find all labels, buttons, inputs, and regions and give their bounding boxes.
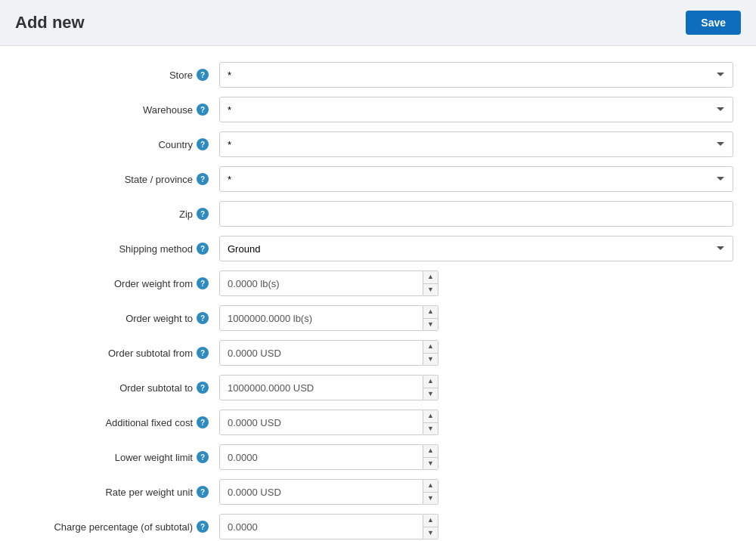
control-wrap-lower_weight_limit: ▲▼ — [219, 444, 733, 470]
help-icon-shipping_method[interactable]: ? — [197, 243, 209, 255]
spinner-up-additional_fixed_cost[interactable]: ▲ — [423, 410, 438, 423]
spinner-down-additional_fixed_cost[interactable]: ▼ — [423, 423, 438, 435]
spinner-down-lower_weight_limit[interactable]: ▼ — [423, 458, 438, 470]
label-text-store: Store — [169, 70, 193, 81]
form-row-order_weight_to: Order weight to?▲▼ — [23, 305, 733, 332]
help-icon-order_weight_from[interactable]: ? — [197, 277, 209, 289]
spinner-wrap-lower_weight_limit: ▲▼ — [219, 444, 438, 470]
form-row-shipping_method: Shipping method?Ground — [23, 235, 733, 262]
form-row-zip: Zip? — [23, 200, 733, 227]
spinner-up-lower_weight_limit[interactable]: ▲ — [423, 445, 438, 458]
spinner-down-order_subtotal_to[interactable]: ▼ — [423, 388, 438, 400]
label-warehouse: Warehouse? — [23, 104, 219, 116]
select-store[interactable]: * — [219, 62, 733, 88]
spinner-buttons-order_subtotal_to: ▲▼ — [423, 375, 438, 400]
form-row-order_weight_from: Order weight from?▲▼ — [23, 270, 733, 297]
control-wrap-order_subtotal_from: ▲▼ — [219, 340, 733, 366]
form-row-lower_weight_limit: Lower weight limit?▲▼ — [23, 444, 733, 471]
label-shipping_method: Shipping method? — [23, 243, 219, 255]
label-zip: Zip? — [23, 208, 219, 220]
page-title: Add new — [15, 13, 85, 32]
spinner-down-order_weight_from[interactable]: ▼ — [423, 284, 438, 296]
select-shipping_method[interactable]: Ground — [219, 236, 733, 261]
label-text-charge_percentage: Charge percentage (of subtotal) — [54, 521, 193, 533]
spinner-up-rate_per_weight_unit[interactable]: ▲ — [423, 480, 438, 493]
spinner-input-additional_fixed_cost[interactable] — [219, 410, 423, 435]
help-icon-order_subtotal_from[interactable]: ? — [197, 347, 209, 359]
save-button[interactable]: Save — [686, 11, 741, 35]
spinner-input-order_weight_to[interactable] — [219, 305, 423, 331]
spinner-buttons-additional_fixed_cost: ▲▼ — [423, 410, 438, 435]
help-icon-zip[interactable]: ? — [197, 208, 209, 220]
spinner-input-rate_per_weight_unit[interactable] — [219, 479, 423, 505]
help-icon-additional_fixed_cost[interactable]: ? — [197, 416, 209, 428]
control-wrap-order_weight_from: ▲▼ — [219, 270, 733, 296]
spinner-down-order_subtotal_from[interactable]: ▼ — [423, 354, 438, 366]
spinner-input-charge_percentage[interactable] — [219, 514, 423, 539]
help-icon-charge_percentage[interactable]: ? — [197, 521, 209, 533]
spinner-wrap-order_weight_to: ▲▼ — [219, 305, 438, 331]
help-icon-store[interactable]: ? — [197, 69, 209, 81]
select-country[interactable]: * — [219, 131, 733, 157]
control-wrap-additional_fixed_cost: ▲▼ — [219, 410, 733, 435]
spinner-down-rate_per_weight_unit[interactable]: ▼ — [423, 493, 438, 505]
select-warehouse[interactable]: * — [219, 97, 733, 122]
help-icon-order_subtotal_to[interactable]: ? — [197, 382, 209, 394]
help-icon-lower_weight_limit[interactable]: ? — [197, 451, 209, 463]
select-state_province[interactable]: * — [219, 166, 733, 192]
spinner-wrap-charge_percentage: ▲▼ — [219, 514, 438, 539]
spinner-wrap-rate_per_weight_unit: ▲▼ — [219, 479, 438, 505]
spinner-down-charge_percentage[interactable]: ▼ — [423, 527, 438, 539]
spinner-input-order_subtotal_to[interactable] — [219, 375, 423, 400]
control-wrap-rate_per_weight_unit: ▲▼ — [219, 479, 733, 505]
spinner-wrap-order_subtotal_to: ▲▼ — [219, 375, 438, 400]
spinner-up-order_subtotal_to[interactable]: ▲ — [423, 376, 438, 388]
label-state_province: State / province? — [23, 173, 219, 185]
spinner-up-order_weight_from[interactable]: ▲ — [423, 271, 438, 284]
label-text-additional_fixed_cost: Additional fixed cost — [105, 417, 193, 428]
control-wrap-country: * — [219, 131, 733, 157]
help-icon-order_weight_to[interactable]: ? — [197, 312, 209, 324]
label-text-zip: Zip — [179, 209, 193, 220]
spinner-input-order_subtotal_from[interactable] — [219, 340, 423, 366]
label-text-rate_per_weight_unit: Rate per weight unit — [105, 487, 193, 498]
spinner-input-order_weight_from[interactable] — [219, 270, 423, 296]
spinner-input-lower_weight_limit[interactable] — [219, 444, 423, 470]
help-icon-state_province[interactable]: ? — [197, 173, 209, 185]
label-text-state_province: State / province — [125, 174, 193, 185]
input-zip[interactable] — [219, 201, 733, 227]
control-wrap-zip — [219, 201, 733, 227]
form-row-warehouse: Warehouse?* — [23, 96, 733, 123]
spinner-wrap-order_weight_from: ▲▼ — [219, 270, 438, 296]
control-wrap-store: * — [219, 62, 733, 88]
label-text-warehouse: Warehouse — [143, 104, 193, 116]
form-body: Store?*Warehouse?*Country?*State / provi… — [0, 46, 756, 541]
label-rate_per_weight_unit: Rate per weight unit? — [23, 486, 219, 498]
spinner-up-charge_percentage[interactable]: ▲ — [423, 515, 438, 527]
spinner-down-order_weight_to[interactable]: ▼ — [423, 319, 438, 331]
spinner-buttons-rate_per_weight_unit: ▲▼ — [423, 479, 438, 505]
form-row-rate_per_weight_unit: Rate per weight unit?▲▼ — [23, 478, 733, 505]
label-country: Country? — [23, 138, 219, 150]
spinner-buttons-charge_percentage: ▲▼ — [423, 514, 438, 539]
form-row-country: Country?* — [23, 131, 733, 158]
label-text-order_weight_from: Order weight from — [114, 278, 193, 289]
help-icon-country[interactable]: ? — [197, 138, 209, 150]
form-row-order_subtotal_to: Order subtotal to?▲▼ — [23, 374, 733, 401]
label-text-lower_weight_limit: Lower weight limit — [115, 452, 193, 463]
label-text-shipping_method: Shipping method — [119, 243, 193, 255]
help-icon-rate_per_weight_unit[interactable]: ? — [197, 486, 209, 498]
help-icon-warehouse[interactable]: ? — [197, 104, 209, 116]
form-row-state_province: State / province?* — [23, 165, 733, 193]
control-wrap-warehouse: * — [219, 97, 733, 122]
form-row-order_subtotal_from: Order subtotal from?▲▼ — [23, 339, 733, 366]
spinner-buttons-lower_weight_limit: ▲▼ — [423, 444, 438, 470]
spinner-up-order_subtotal_from[interactable]: ▲ — [423, 341, 438, 354]
spinner-up-order_weight_to[interactable]: ▲ — [423, 306, 438, 319]
control-wrap-shipping_method: Ground — [219, 236, 733, 261]
control-wrap-order_weight_to: ▲▼ — [219, 305, 733, 331]
control-wrap-charge_percentage: ▲▼ — [219, 514, 733, 539]
form-row-charge_percentage: Charge percentage (of subtotal)?▲▼ — [23, 513, 733, 540]
spinner-buttons-order_weight_to: ▲▼ — [423, 305, 438, 331]
label-order_weight_to: Order weight to? — [23, 312, 219, 324]
